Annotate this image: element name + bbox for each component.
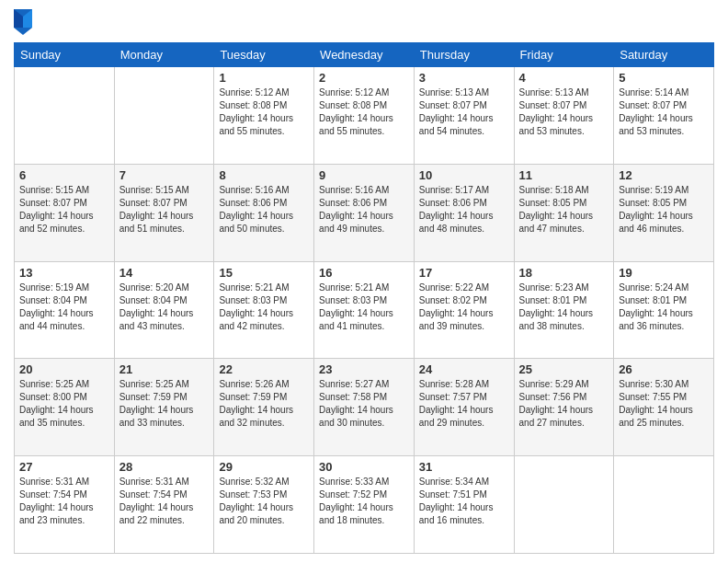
logo-icon <box>14 9 32 35</box>
calendar-cell <box>614 456 714 554</box>
calendar-cell: 11Sunrise: 5:18 AM Sunset: 8:05 PM Dayli… <box>514 164 614 261</box>
day-info: Sunrise: 5:33 AM Sunset: 7:52 PM Dayligh… <box>319 476 409 527</box>
calendar-cell: 8Sunrise: 5:16 AM Sunset: 8:06 PM Daylig… <box>214 164 314 261</box>
day-info: Sunrise: 5:32 AM Sunset: 7:53 PM Dayligh… <box>219 476 309 527</box>
day-info: Sunrise: 5:21 AM Sunset: 8:03 PM Dayligh… <box>319 282 409 333</box>
day-number: 13 <box>19 266 109 280</box>
calendar-cell: 25Sunrise: 5:29 AM Sunset: 7:56 PM Dayli… <box>514 359 614 456</box>
calendar-cell: 14Sunrise: 5:20 AM Sunset: 8:04 PM Dayli… <box>114 261 214 359</box>
day-number: 28 <box>119 460 210 474</box>
day-info: Sunrise: 5:25 AM Sunset: 8:00 PM Dayligh… <box>19 378 109 430</box>
calendar-cell: 30Sunrise: 5:33 AM Sunset: 7:52 PM Dayli… <box>314 456 415 554</box>
day-number: 10 <box>419 168 509 182</box>
calendar-header-friday: Friday <box>514 43 614 67</box>
day-info: Sunrise: 5:15 AM Sunset: 8:07 PM Dayligh… <box>19 184 109 236</box>
day-info: Sunrise: 5:15 AM Sunset: 8:07 PM Dayligh… <box>119 184 210 236</box>
calendar-cell: 5Sunrise: 5:14 AM Sunset: 8:07 PM Daylig… <box>614 67 714 165</box>
day-number: 7 <box>119 168 210 182</box>
calendar-header-thursday: Thursday <box>414 43 514 67</box>
day-number: 8 <box>219 168 309 182</box>
calendar-cell: 2Sunrise: 5:12 AM Sunset: 8:08 PM Daylig… <box>314 67 415 165</box>
day-number: 24 <box>419 362 509 376</box>
day-number: 2 <box>319 71 409 85</box>
day-info: Sunrise: 5:29 AM Sunset: 7:56 PM Dayligh… <box>519 378 609 430</box>
day-number: 16 <box>319 266 409 280</box>
day-info: Sunrise: 5:34 AM Sunset: 7:51 PM Dayligh… <box>419 476 509 527</box>
calendar-cell: 27Sunrise: 5:31 AM Sunset: 7:54 PM Dayli… <box>15 456 115 554</box>
calendar-cell: 15Sunrise: 5:21 AM Sunset: 8:03 PM Dayli… <box>214 261 314 359</box>
calendar-header-wednesday: Wednesday <box>314 43 415 67</box>
day-number: 20 <box>19 362 109 376</box>
logo <box>14 9 35 35</box>
calendar-cell: 10Sunrise: 5:17 AM Sunset: 8:06 PM Dayli… <box>414 164 514 261</box>
day-number: 9 <box>319 168 409 182</box>
day-number: 25 <box>519 362 609 376</box>
day-number: 23 <box>319 362 409 376</box>
calendar-cell: 31Sunrise: 5:34 AM Sunset: 7:51 PM Dayli… <box>414 456 514 554</box>
calendar-week-row: 13Sunrise: 5:19 AM Sunset: 8:04 PM Dayli… <box>15 261 714 359</box>
day-info: Sunrise: 5:24 AM Sunset: 8:01 PM Dayligh… <box>619 282 709 333</box>
day-number: 14 <box>119 266 210 280</box>
calendar-cell <box>114 67 214 165</box>
day-number: 22 <box>219 362 309 376</box>
day-number: 6 <box>19 168 109 182</box>
calendar-cell <box>514 456 614 554</box>
day-number: 30 <box>319 460 409 474</box>
day-number: 27 <box>19 460 109 474</box>
day-info: Sunrise: 5:26 AM Sunset: 7:59 PM Dayligh… <box>219 378 309 430</box>
calendar-table: SundayMondayTuesdayWednesdayThursdayFrid… <box>14 42 714 554</box>
calendar-cell: 12Sunrise: 5:19 AM Sunset: 8:05 PM Dayli… <box>614 164 714 261</box>
day-info: Sunrise: 5:19 AM Sunset: 8:05 PM Dayligh… <box>619 184 709 236</box>
day-info: Sunrise: 5:12 AM Sunset: 8:08 PM Dayligh… <box>219 86 309 138</box>
day-number: 29 <box>219 460 309 474</box>
calendar-cell: 23Sunrise: 5:27 AM Sunset: 7:58 PM Dayli… <box>314 359 415 456</box>
calendar-cell: 26Sunrise: 5:30 AM Sunset: 7:55 PM Dayli… <box>614 359 714 456</box>
day-number: 17 <box>419 266 509 280</box>
header <box>14 9 714 35</box>
day-info: Sunrise: 5:25 AM Sunset: 7:59 PM Dayligh… <box>119 378 210 430</box>
calendar-cell: 24Sunrise: 5:28 AM Sunset: 7:57 PM Dayli… <box>414 359 514 456</box>
day-number: 3 <box>419 71 509 85</box>
calendar-cell: 29Sunrise: 5:32 AM Sunset: 7:53 PM Dayli… <box>214 456 314 554</box>
calendar-cell: 22Sunrise: 5:26 AM Sunset: 7:59 PM Dayli… <box>214 359 314 456</box>
day-info: Sunrise: 5:18 AM Sunset: 8:05 PM Dayligh… <box>519 184 609 236</box>
day-info: Sunrise: 5:23 AM Sunset: 8:01 PM Dayligh… <box>519 282 609 333</box>
calendar-cell: 21Sunrise: 5:25 AM Sunset: 7:59 PM Dayli… <box>114 359 214 456</box>
calendar-header-tuesday: Tuesday <box>214 43 314 67</box>
calendar-header-monday: Monday <box>114 43 214 67</box>
day-number: 26 <box>619 362 709 376</box>
day-info: Sunrise: 5:31 AM Sunset: 7:54 PM Dayligh… <box>119 476 210 527</box>
calendar-cell: 28Sunrise: 5:31 AM Sunset: 7:54 PM Dayli… <box>114 456 214 554</box>
day-info: Sunrise: 5:13 AM Sunset: 8:07 PM Dayligh… <box>519 86 609 138</box>
calendar-week-row: 1Sunrise: 5:12 AM Sunset: 8:08 PM Daylig… <box>15 67 714 165</box>
day-info: Sunrise: 5:31 AM Sunset: 7:54 PM Dayligh… <box>19 476 109 527</box>
day-number: 12 <box>619 168 709 182</box>
calendar-cell: 20Sunrise: 5:25 AM Sunset: 8:00 PM Dayli… <box>15 359 115 456</box>
calendar-cell: 17Sunrise: 5:22 AM Sunset: 8:02 PM Dayli… <box>414 261 514 359</box>
day-number: 4 <box>519 71 609 85</box>
calendar-cell: 13Sunrise: 5:19 AM Sunset: 8:04 PM Dayli… <box>15 261 115 359</box>
day-info: Sunrise: 5:20 AM Sunset: 8:04 PM Dayligh… <box>119 282 210 333</box>
calendar-cell: 9Sunrise: 5:16 AM Sunset: 8:06 PM Daylig… <box>314 164 415 261</box>
day-info: Sunrise: 5:17 AM Sunset: 8:06 PM Dayligh… <box>419 184 509 236</box>
calendar-cell: 19Sunrise: 5:24 AM Sunset: 8:01 PM Dayli… <box>614 261 714 359</box>
day-number: 21 <box>119 362 210 376</box>
day-info: Sunrise: 5:22 AM Sunset: 8:02 PM Dayligh… <box>419 282 509 333</box>
calendar-header-row: SundayMondayTuesdayWednesdayThursdayFrid… <box>15 43 714 67</box>
calendar-header-saturday: Saturday <box>614 43 714 67</box>
calendar-cell: 4Sunrise: 5:13 AM Sunset: 8:07 PM Daylig… <box>514 67 614 165</box>
day-number: 15 <box>219 266 309 280</box>
day-number: 18 <box>519 266 609 280</box>
calendar-cell: 16Sunrise: 5:21 AM Sunset: 8:03 PM Dayli… <box>314 261 415 359</box>
day-info: Sunrise: 5:16 AM Sunset: 8:06 PM Dayligh… <box>319 184 409 236</box>
calendar-week-row: 6Sunrise: 5:15 AM Sunset: 8:07 PM Daylig… <box>15 164 714 261</box>
day-info: Sunrise: 5:14 AM Sunset: 8:07 PM Dayligh… <box>619 86 709 138</box>
day-number: 19 <box>619 266 709 280</box>
calendar-cell: 6Sunrise: 5:15 AM Sunset: 8:07 PM Daylig… <box>15 164 115 261</box>
day-info: Sunrise: 5:30 AM Sunset: 7:55 PM Dayligh… <box>619 378 709 430</box>
calendar-cell: 7Sunrise: 5:15 AM Sunset: 8:07 PM Daylig… <box>114 164 214 261</box>
calendar-week-row: 27Sunrise: 5:31 AM Sunset: 7:54 PM Dayli… <box>15 456 714 554</box>
calendar-cell: 1Sunrise: 5:12 AM Sunset: 8:08 PM Daylig… <box>214 67 314 165</box>
calendar-week-row: 20Sunrise: 5:25 AM Sunset: 8:00 PM Dayli… <box>15 359 714 456</box>
day-number: 5 <box>619 71 709 85</box>
